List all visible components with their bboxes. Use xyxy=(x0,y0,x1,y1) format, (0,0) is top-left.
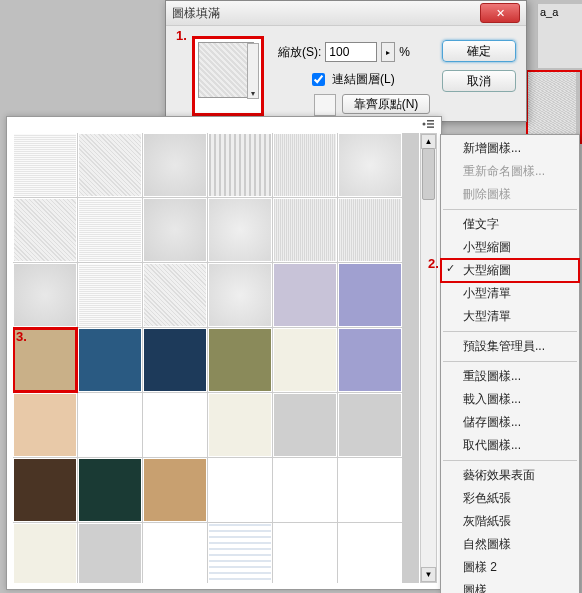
swatch-item[interactable] xyxy=(208,198,272,262)
menu-item-label: 大型清單 xyxy=(463,309,511,323)
swatch-item[interactable] xyxy=(338,133,402,197)
swatch-item[interactable] xyxy=(78,198,142,262)
svg-point-0 xyxy=(423,123,426,126)
scale-spinner[interactable]: ▸ xyxy=(381,42,395,62)
menu-item-label: 彩色紙張 xyxy=(463,491,511,505)
swatch-item[interactable] xyxy=(338,393,402,457)
menu-separator xyxy=(443,361,577,362)
pattern-preview-highlight: ▾ xyxy=(192,36,264,116)
scale-input[interactable] xyxy=(325,42,377,62)
menu-item[interactable]: 自然圖樣 xyxy=(441,533,579,556)
svg-rect-1 xyxy=(427,120,434,122)
menu-item[interactable]: 儲存圖樣... xyxy=(441,411,579,434)
swatch-item[interactable] xyxy=(208,263,272,327)
menu-item[interactable]: 新增圖樣... xyxy=(441,137,579,160)
menu-item: 重新命名圖樣... xyxy=(441,160,579,183)
scroll-thumb[interactable] xyxy=(422,148,435,200)
snap-icon-button[interactable] xyxy=(314,94,336,116)
menu-item[interactable]: 僅文字 xyxy=(441,213,579,236)
menu-item-label: 重新命名圖樣... xyxy=(463,164,545,178)
menu-item-label: 重設圖樣... xyxy=(463,369,521,383)
menu-item[interactable]: 重設圖樣... xyxy=(441,365,579,388)
menu-item[interactable]: 小型縮圖 xyxy=(441,236,579,259)
scale-label: 縮放(S): xyxy=(278,44,321,61)
swatch-item[interactable] xyxy=(273,263,337,327)
menu-item[interactable]: 彩色紙張 xyxy=(441,487,579,510)
menu-item[interactable]: 小型清單 xyxy=(441,282,579,305)
swatch-item[interactable] xyxy=(143,458,207,522)
menu-item[interactable]: 大型清單 xyxy=(441,305,579,328)
pattern-picker-panel: 3. ▲ ▼ xyxy=(6,116,442,590)
menu-item[interactable]: 預設集管理員... xyxy=(441,335,579,358)
menu-separator xyxy=(443,331,577,332)
ok-button[interactable]: 確定 xyxy=(442,40,516,62)
swatch-item[interactable] xyxy=(13,133,77,197)
menu-item-label: 載入圖樣... xyxy=(463,392,521,406)
swatch-item[interactable] xyxy=(273,198,337,262)
menu-item-label: 取代圖樣... xyxy=(463,438,521,452)
swatch-item[interactable] xyxy=(143,393,207,457)
swatch-item[interactable] xyxy=(208,523,272,583)
link-layers-checkbox[interactable] xyxy=(312,73,325,86)
swatch-item[interactable] xyxy=(208,393,272,457)
swatch-item[interactable] xyxy=(338,198,402,262)
swatch-item[interactable] xyxy=(273,328,337,392)
swatch-item[interactable] xyxy=(338,458,402,522)
swatch-item[interactable] xyxy=(143,523,207,583)
pattern-dropdown-arrow[interactable]: ▾ xyxy=(247,43,259,99)
swatch-item[interactable] xyxy=(78,328,142,392)
swatch-item[interactable] xyxy=(273,523,337,583)
menu-item[interactable]: ✓大型縮圖 xyxy=(441,259,579,282)
swatch-item[interactable] xyxy=(13,393,77,457)
swatch-item[interactable] xyxy=(208,458,272,522)
menu-item[interactable]: 取代圖樣... xyxy=(441,434,579,457)
texture-preview-side xyxy=(528,72,576,134)
swatch-item[interactable] xyxy=(273,133,337,197)
swatch-item[interactable] xyxy=(208,328,272,392)
pattern-preview-swatch[interactable] xyxy=(198,42,254,98)
swatch-item-selected[interactable]: 3. xyxy=(13,328,77,392)
swatch-item[interactable] xyxy=(13,523,77,583)
menu-item[interactable]: 灰階紙張 xyxy=(441,510,579,533)
preview-side-highlight xyxy=(526,70,582,144)
swatch-item[interactable] xyxy=(208,133,272,197)
close-button[interactable]: ✕ xyxy=(480,3,520,23)
swatch-item[interactable] xyxy=(273,458,337,522)
panel-header xyxy=(7,117,441,131)
flyout-menu-icon[interactable] xyxy=(421,118,435,130)
titlebar: 圖樣填滿 ✕ xyxy=(166,1,526,26)
swatch-item[interactable] xyxy=(143,328,207,392)
menu-separator xyxy=(443,209,577,210)
swatch-item[interactable] xyxy=(78,393,142,457)
menu-item[interactable]: 圖樣 xyxy=(441,579,579,593)
menu-item-label: 自然圖樣 xyxy=(463,537,511,551)
swatch-item[interactable] xyxy=(143,263,207,327)
swatch-item[interactable] xyxy=(13,263,77,327)
swatch-item[interactable] xyxy=(338,328,402,392)
menu-item-label: 圖樣 2 xyxy=(463,560,497,574)
menu-item-label: 藝術效果表面 xyxy=(463,468,535,482)
swatch-item[interactable] xyxy=(338,263,402,327)
flyout-context-menu: 新增圖樣...重新命名圖樣...刪除圖樣僅文字小型縮圖✓大型縮圖小型清單大型清單… xyxy=(440,134,580,593)
dialog-title: 圖樣填滿 xyxy=(172,5,480,22)
swatch-item[interactable] xyxy=(78,133,142,197)
menu-item[interactable]: 藝術效果表面 xyxy=(441,464,579,487)
cancel-button[interactable]: 取消 xyxy=(442,70,516,92)
swatch-item[interactable] xyxy=(13,458,77,522)
swatch-item[interactable] xyxy=(143,198,207,262)
swatch-item[interactable] xyxy=(338,523,402,583)
swatch-item[interactable] xyxy=(13,198,77,262)
scale-unit: % xyxy=(399,45,410,59)
swatch-item[interactable] xyxy=(78,458,142,522)
snap-to-origin-button[interactable]: 靠齊原點(N) xyxy=(342,94,430,114)
scroll-down-arrow[interactable]: ▼ xyxy=(421,567,436,582)
swatch-item[interactable] xyxy=(143,133,207,197)
menu-item[interactable]: 載入圖樣... xyxy=(441,388,579,411)
swatch-item[interactable] xyxy=(78,263,142,327)
swatch-scrollbar[interactable]: ▲ ▼ xyxy=(420,133,437,583)
menu-item[interactable]: 圖樣 2 xyxy=(441,556,579,579)
swatch-item[interactable] xyxy=(78,523,142,583)
menu-item-label: 預設集管理員... xyxy=(463,339,545,353)
swatch-item[interactable] xyxy=(273,393,337,457)
scroll-up-arrow[interactable]: ▲ xyxy=(421,134,436,149)
